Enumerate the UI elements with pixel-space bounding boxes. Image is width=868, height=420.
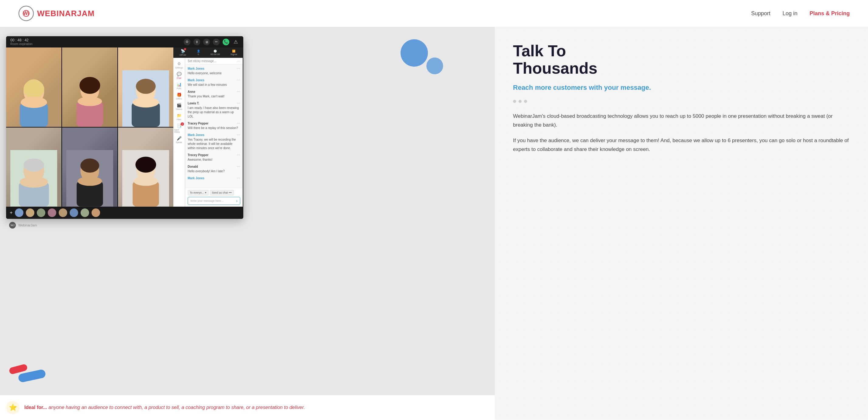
attendee-6 [70, 208, 78, 217]
off-air-label: Off Air [180, 54, 186, 56]
support-link[interactable]: Support [751, 10, 770, 17]
slides-nav[interactable]: 📑 Inject Slides 1 [173, 122, 185, 134]
offers-nav[interactable]: 🎁 Offers [173, 91, 185, 101]
polls-nav[interactable]: 📊 Polls [173, 81, 185, 91]
speak-nav-icon: 🎤 [177, 136, 182, 141]
msg-1-text: Hello everyone, welcome [188, 71, 240, 76]
ideal-star-icon: ⭐ [6, 401, 20, 414]
msg-2-more[interactable]: ⋯ [237, 78, 240, 82]
settings-nav[interactable]: ⚙ Settings [173, 60, 185, 70]
send-as-more-icon: ••• [229, 191, 231, 194]
msg-8-more[interactable]: ⋯ [237, 164, 240, 169]
videos-nav[interactable]: 🎬 Videos [173, 102, 185, 111]
speak-nav[interactable]: 🎤 Speak [173, 135, 185, 145]
files-nav-icon: 📁 [177, 113, 182, 118]
webinar-body: 📡 Off Air 👤 0 🕐 00:00 [6, 48, 243, 207]
wj-label: WebinarJam [18, 223, 37, 227]
chat-msg-4: Lewis T. ⋯ I am ready. I have also been … [188, 101, 240, 119]
person-6 [118, 127, 173, 207]
dot-1[interactable] [513, 100, 516, 103]
ctrl-row: To everyo... ▾ Send as chat ••• [188, 190, 240, 196]
msg-3-more[interactable]: ⋯ [237, 89, 240, 94]
msg-8-header: Donald ⋯ [188, 164, 240, 169]
msg-7-header: Trecey Pepper ⋯ [188, 153, 240, 157]
video-cell-4 [6, 127, 61, 207]
attendee-count: 0 [198, 53, 199, 56]
msg-9-sender: Mark Jones [188, 177, 205, 180]
timer-small: 00:00:00 [211, 53, 220, 56]
pencil-icon[interactable]: ✏ [213, 39, 220, 46]
msg-8-text: Hello everybody! Am I late? [188, 169, 240, 174]
svg-point-4 [23, 80, 44, 99]
plans-pricing-link[interactable]: Plans & Pricing [810, 10, 850, 17]
msg-6-more[interactable]: ⋯ [237, 133, 240, 137]
chat-msg-6: Mark Jones ⋯ Yes Tracey, we will be reco… [188, 133, 240, 150]
dot-3[interactable] [524, 100, 527, 103]
add-attendee-icon[interactable]: + [10, 210, 12, 215]
warning-icon: ⚠ [232, 39, 239, 46]
chat-msg-9: Mark Jones ⋯ [188, 176, 240, 180]
msg-9-more[interactable]: ⋯ [237, 176, 240, 180]
to-label: To everyo... [190, 191, 204, 194]
dot-2[interactable] [519, 100, 522, 103]
person-2 [62, 48, 117, 127]
chat-input-placeholder: Write your message here... [190, 199, 235, 202]
chat-body: ⚙ Settings 💬 Chat 📊 Polls [173, 58, 243, 207]
logo-part2: JAM [77, 9, 95, 18]
logo-text: WEBINARJAM [37, 9, 95, 18]
wj-avatar: WJ [9, 222, 16, 229]
offers-nav-label: Offers [176, 98, 182, 100]
chat-input-row[interactable]: Write your message here... › [188, 197, 240, 205]
msg-3-sender: Anne [188, 90, 195, 93]
msg-7-more[interactable]: ⋯ [237, 153, 240, 157]
red-dot [184, 48, 186, 50]
settings-icon[interactable]: ⚙ [184, 39, 190, 46]
msg-3-header: Anne ⋯ [188, 89, 240, 94]
mic-icon[interactable]: 🎙 [193, 39, 200, 46]
settings-nav-label: Settings [175, 67, 183, 69]
chat-nav[interactable]: 💬 Chat [173, 70, 185, 80]
main-content: 00 : 48 : 42 Room expiration ⚙ 🎙 🖥 ✏ 📞 ⚠ [0, 27, 868, 420]
chat-msg-5: Tracey Pepper ⋯ Will there be a replay o… [188, 121, 240, 130]
sticky-more-icon[interactable]: ⋯ [237, 59, 240, 63]
files-nav[interactable]: 📁 Files [173, 112, 185, 122]
video-cell-6 [118, 127, 173, 207]
msg-4-header: Lewis T. ⋯ [188, 101, 240, 105]
sticky-message-bar[interactable]: Set sticky message... ⋯ [185, 58, 243, 64]
attendee-bar: + [6, 207, 243, 219]
to-dropdown-icon: ▾ [205, 191, 207, 194]
svg-point-15 [133, 97, 159, 108]
phone-icon[interactable]: 📞 [223, 39, 229, 46]
attendee-4 [48, 208, 56, 217]
login-link[interactable]: Log in [782, 10, 798, 17]
msg-3-text: Thank you Mark, can't wait! [188, 94, 240, 99]
svg-point-10 [78, 97, 102, 106]
attendee-5 [59, 208, 67, 217]
timer-item: 🕐 00:00:00 [211, 50, 220, 56]
svg-point-28 [135, 157, 156, 173]
screen-icon[interactable]: 🖥 [203, 39, 210, 46]
webinar-topbar: 00 : 48 : 42 Room expiration ⚙ 🎙 🖥 ✏ 📞 ⚠ [6, 36, 243, 48]
chat-send-button[interactable]: › [236, 199, 238, 203]
chat-nav-icon: 💬 [177, 72, 182, 77]
attendee-1 [15, 208, 23, 217]
msg-5-more[interactable]: ⋯ [237, 121, 240, 125]
msg-1-more[interactable]: ⋯ [237, 66, 240, 70]
main-heading: Talk To Thousands [513, 42, 850, 77]
right-panel: Talk To Thousands Reach more customers w… [495, 27, 868, 420]
main-nav: Support Log in Plans & Pricing [751, 10, 850, 17]
svg-point-13 [136, 79, 156, 94]
timer-text: 00 : 48 : 42 [10, 38, 29, 42]
signal-label: Signal [230, 53, 237, 56]
to-everyone-button[interactable]: To everyo... ▾ [188, 190, 209, 196]
chat-msg-2: Mark Jones ⋯ We will start in a few minu… [188, 78, 240, 87]
send-as-label: Send as chat [212, 191, 228, 194]
send-as-chat-button[interactable]: Send as chat ••• [210, 190, 234, 196]
slides-badge: 1 [181, 122, 184, 126]
msg-4-more[interactable]: ⋯ [237, 101, 240, 105]
chat-side: 📡 Off Air 👤 0 🕐 00:00 [173, 48, 243, 207]
logo-icon: Wi [18, 5, 34, 21]
ideal-bar: ⭐ Ideal for... anyone having an audience… [0, 395, 495, 420]
logo[interactable]: Wi WEBINARJAM [18, 5, 95, 21]
attendee-icon: 👤 [197, 50, 200, 53]
